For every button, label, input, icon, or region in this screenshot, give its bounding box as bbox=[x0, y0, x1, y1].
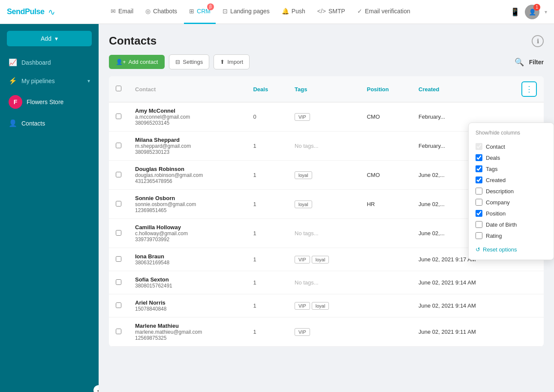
row-checkbox[interactable] bbox=[116, 279, 121, 285]
col-checkbox-company[interactable] bbox=[476, 199, 482, 206]
nav-landing[interactable]: ⊡ Landing pages bbox=[217, 0, 275, 24]
row-checkbox[interactable] bbox=[116, 230, 121, 236]
contact-cell: Marlene Mathieu marlene.mathieu@gmail.co… bbox=[128, 317, 246, 347]
settings-button[interactable]: ⊟ Settings bbox=[169, 54, 209, 69]
row-checkbox[interactable] bbox=[116, 143, 121, 148]
pipelines-icon: ⚡ bbox=[9, 77, 17, 85]
nav-crm[interactable]: ⊞ CRM β bbox=[184, 0, 216, 24]
position-cell bbox=[360, 294, 412, 317]
col-checkbox-position[interactable] bbox=[476, 210, 482, 217]
actions-cell bbox=[515, 317, 544, 347]
position-cell: HR bbox=[360, 190, 412, 219]
col-option-contact[interactable]: Contact bbox=[476, 141, 547, 152]
sidebar: Add ▾ 📈 Dashboard ⚡ My pipelines ▾ F Flo… bbox=[0, 24, 99, 392]
row-checkbox[interactable] bbox=[116, 201, 121, 206]
contact-name: Iona Braun bbox=[135, 253, 239, 260]
avatar-dropdown-arrow[interactable]: ▾ bbox=[545, 9, 547, 15]
avatar-notification-badge: 1 bbox=[533, 4, 540, 11]
col-option-tags[interactable]: Tags bbox=[476, 163, 547, 174]
landing-icon: ⊡ bbox=[223, 8, 228, 15]
sidebar-collapse-button[interactable]: ◀ bbox=[93, 385, 99, 392]
mobile-icon[interactable]: 📱 bbox=[510, 7, 520, 17]
contact-cell: Sofia Sexton 3808015762491 bbox=[128, 271, 246, 294]
sidebar-item-contacts-label: Contacts bbox=[21, 120, 45, 127]
row-checkbox[interactable] bbox=[116, 114, 121, 119]
col-option-created[interactable]: Created bbox=[476, 174, 547, 186]
col-option-deals[interactable]: Deals bbox=[476, 152, 547, 163]
add-contact-button[interactable]: 👤+ Add contact bbox=[109, 55, 165, 69]
nav-smtp-label: SMTP bbox=[328, 8, 345, 15]
nav-chatbots[interactable]: ◎ Chatbots bbox=[140, 0, 182, 24]
import-button[interactable]: ⬆ Import bbox=[214, 54, 250, 69]
col-label-position: Position bbox=[486, 210, 506, 217]
col-created-header: Created bbox=[412, 76, 515, 102]
filter-button[interactable]: Filter bbox=[529, 59, 544, 66]
row-checkbox[interactable] bbox=[116, 172, 121, 177]
sidebar-item-dashboard[interactable]: 📈 Dashboard bbox=[0, 53, 99, 72]
contact-name: Milana Sheppard bbox=[135, 137, 239, 143]
crm-badge: β bbox=[207, 3, 214, 10]
sidebar-item-dashboard-label: Dashboard bbox=[21, 59, 51, 66]
info-icon[interactable]: ℹ bbox=[532, 35, 544, 47]
deals-cell: 0 bbox=[246, 102, 288, 132]
chatbots-icon: ◎ bbox=[145, 8, 151, 15]
no-tags-label: No tags... bbox=[295, 279, 319, 286]
contact-name: Marlene Mathieu bbox=[135, 323, 239, 329]
tag-badge: loyal bbox=[312, 302, 329, 310]
toolbar-right: 🔍 Filter bbox=[515, 57, 544, 67]
position-cell: CMO bbox=[360, 161, 412, 190]
contact-cell: Iona Braun 380632169548 bbox=[128, 248, 246, 271]
table-row: Sofia Sexton 3808015762491 1 No tags... … bbox=[109, 271, 544, 294]
tags-cell: VIP bbox=[288, 317, 360, 347]
col-option-description[interactable]: Description bbox=[476, 186, 547, 197]
main-layout: Add ▾ 📈 Dashboard ⚡ My pipelines ▾ F Flo… bbox=[0, 24, 554, 392]
deals-cell: 1 bbox=[246, 248, 288, 271]
add-button[interactable]: Add ▾ bbox=[7, 31, 92, 46]
select-all-checkbox[interactable] bbox=[116, 86, 121, 91]
nav-smtp[interactable]: </> SMTP bbox=[312, 0, 350, 24]
col-checkbox-tags[interactable] bbox=[476, 165, 482, 172]
col-option-rating[interactable]: Rating bbox=[476, 230, 547, 241]
col-checkbox-created[interactable] bbox=[476, 177, 482, 183]
tags-cell: No tags... bbox=[288, 132, 360, 161]
user-avatar[interactable]: 👤 1 bbox=[525, 5, 539, 19]
col-tags-header: Tags bbox=[288, 76, 360, 102]
col-option-dob[interactable]: Date of Birth bbox=[476, 219, 547, 230]
row-checkbox[interactable] bbox=[116, 256, 121, 262]
col-checkbox-rating[interactable] bbox=[476, 232, 482, 239]
contact-name: Douglas Robinson bbox=[135, 166, 239, 172]
nav-verification-label: Email verification bbox=[365, 8, 410, 15]
import-label: Import bbox=[227, 59, 243, 65]
contact-phone: 12569875325 bbox=[135, 335, 239, 341]
smtp-icon: </> bbox=[317, 8, 326, 15]
col-option-position[interactable]: Position bbox=[476, 208, 547, 219]
col-option-company[interactable]: Company bbox=[476, 197, 547, 208]
sidebar-item-pipelines[interactable]: ⚡ My pipelines ▾ bbox=[0, 72, 99, 90]
logo-area: SendPulse ∿ bbox=[7, 7, 105, 17]
sidebar-item-contacts[interactable]: 👤 Contacts bbox=[0, 114, 99, 132]
reset-options-button[interactable]: ↺ Reset options bbox=[476, 246, 547, 253]
row-checkbox[interactable] bbox=[116, 302, 121, 308]
contact-email: douglas.robinson@gmail.com bbox=[135, 172, 239, 178]
settings-label: Settings bbox=[183, 59, 203, 65]
nav-push[interactable]: 🔔 Push bbox=[277, 0, 310, 24]
contact-phone: 380632169548 bbox=[135, 260, 239, 266]
nav-verification[interactable]: ✓ Email verification bbox=[352, 0, 416, 24]
col-checkbox-dob[interactable] bbox=[476, 221, 482, 228]
nav-push-label: Push bbox=[292, 8, 305, 15]
column-toggle-button[interactable]: ⋮ bbox=[521, 81, 537, 97]
top-nav: SendPulse ∿ ✉ Email ◎ Chatbots ⊞ CRM β ⊡… bbox=[0, 0, 554, 24]
col-checkbox-deals[interactable] bbox=[476, 154, 482, 161]
search-icon[interactable]: 🔍 bbox=[515, 57, 524, 67]
col-label-company: Company bbox=[486, 199, 510, 206]
add-contact-label: Add contact bbox=[129, 59, 158, 65]
nav-email[interactable]: ✉ Email bbox=[105, 0, 138, 24]
col-contact-header: Contact bbox=[128, 76, 246, 102]
sidebar-item-store[interactable]: F Flowers Store bbox=[0, 90, 99, 114]
crm-icon: ⊞ bbox=[189, 8, 194, 15]
contact-cell: Douglas Robinson douglas.robinson@gmail.… bbox=[128, 161, 246, 190]
col-checkbox-description[interactable] bbox=[476, 188, 482, 195]
reset-icon: ↺ bbox=[476, 246, 480, 253]
row-checkbox[interactable] bbox=[116, 329, 121, 334]
dashboard-icon: 📈 bbox=[9, 58, 17, 66]
